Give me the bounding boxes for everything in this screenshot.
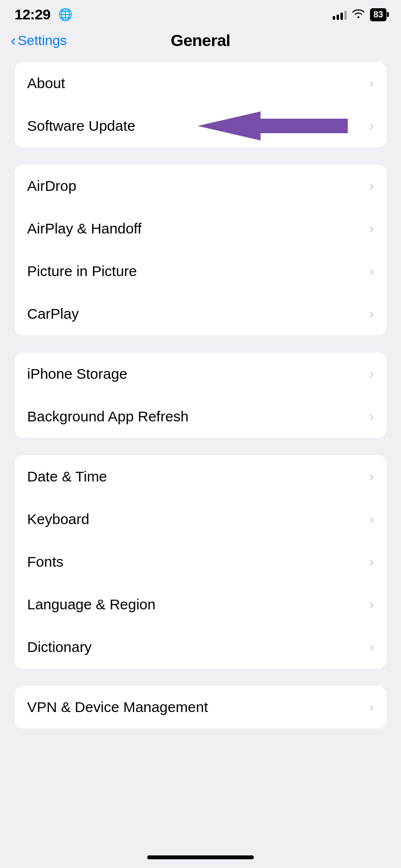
navigation-bar: ‹ Settings General <box>0 26 401 57</box>
picture-in-picture-label: Picture in Picture <box>27 263 137 279</box>
chevron-right-icon: › <box>370 118 374 134</box>
background-app-refresh-row[interactable]: Background App Refresh › <box>15 395 386 438</box>
airplay-handoff-row[interactable]: AirPlay & Handoff › <box>15 207 386 250</box>
chevron-right-icon: › <box>370 639 374 655</box>
chevron-right-icon: › <box>370 306 374 322</box>
chevron-right-icon: › <box>370 264 374 279</box>
section-wireless: AirDrop › AirPlay & Handoff › Picture in… <box>15 165 386 335</box>
airdrop-row[interactable]: AirDrop › <box>15 165 386 207</box>
picture-in-picture-row[interactable]: Picture in Picture › <box>15 250 386 293</box>
home-indicator <box>0 849 401 863</box>
globe-icon: 🌐 <box>58 8 73 21</box>
section-storage: iPhone Storage › Background App Refresh … <box>15 353 386 438</box>
chevron-right-icon: › <box>370 366 374 382</box>
battery-level: 83 <box>373 10 383 20</box>
chevron-right-icon: › <box>370 512 374 527</box>
chevron-right-icon: › <box>370 597 374 612</box>
section-vpn: VPN & Device Management › <box>15 686 386 728</box>
chevron-right-icon: › <box>370 178 374 194</box>
status-icons: 83 <box>333 8 386 21</box>
wifi-icon <box>352 8 365 21</box>
content-area: About › Software Update › AirDrop › AirP… <box>0 57 401 751</box>
back-button[interactable]: ‹ Settings <box>11 33 67 48</box>
software-update-row[interactable]: Software Update › <box>15 105 386 147</box>
home-bar <box>147 855 254 859</box>
about-label: About <box>27 75 65 92</box>
chevron-right-icon: › <box>370 409 374 424</box>
svg-marker-0 <box>198 111 348 140</box>
carplay-label: CarPlay <box>27 306 79 322</box>
dictionary-row[interactable]: Dictionary › <box>15 626 386 668</box>
iphone-storage-row[interactable]: iPhone Storage › <box>15 353 386 395</box>
chevron-right-icon: › <box>370 554 374 570</box>
section-locale: Date & Time › Keyboard › Fonts › Languag… <box>15 455 386 668</box>
about-row[interactable]: About › <box>15 62 386 105</box>
keyboard-label: Keyboard <box>27 511 89 527</box>
date-time-row[interactable]: Date & Time › <box>15 455 386 498</box>
vpn-device-management-row[interactable]: VPN & Device Management › <box>15 686 386 728</box>
background-app-refresh-label: Background App Refresh <box>27 408 189 425</box>
chevron-left-icon: ‹ <box>11 32 16 48</box>
page-title: General <box>170 31 230 50</box>
carplay-row[interactable]: CarPlay › <box>15 293 386 335</box>
airdrop-label: AirDrop <box>27 178 77 194</box>
language-region-label: Language & Region <box>27 596 155 613</box>
date-time-label: Date & Time <box>27 468 107 485</box>
section-about-software: About › Software Update › <box>15 62 386 147</box>
dictionary-label: Dictionary <box>27 639 92 655</box>
battery-icon: 83 <box>370 8 386 21</box>
chevron-right-icon: › <box>370 699 374 715</box>
back-label: Settings <box>18 33 67 48</box>
chevron-right-icon: › <box>370 469 374 484</box>
fonts-row[interactable]: Fonts › <box>15 541 386 583</box>
iphone-storage-label: iPhone Storage <box>27 366 127 382</box>
chevron-right-icon: › <box>370 221 374 236</box>
signal-bars-icon <box>333 9 347 20</box>
status-bar: 12:29 🌐 83 <box>0 0 401 26</box>
chevron-right-icon: › <box>370 76 374 91</box>
software-update-label: Software Update <box>27 118 135 134</box>
keyboard-row[interactable]: Keyboard › <box>15 498 386 541</box>
language-region-row[interactable]: Language & Region › <box>15 583 386 626</box>
vpn-device-management-label: VPN & Device Management <box>27 699 208 715</box>
status-time: 12:29 <box>15 6 50 23</box>
fonts-label: Fonts <box>27 554 63 570</box>
arrow-annotation <box>193 109 357 143</box>
airplay-handoff-label: AirPlay & Handoff <box>27 220 141 237</box>
